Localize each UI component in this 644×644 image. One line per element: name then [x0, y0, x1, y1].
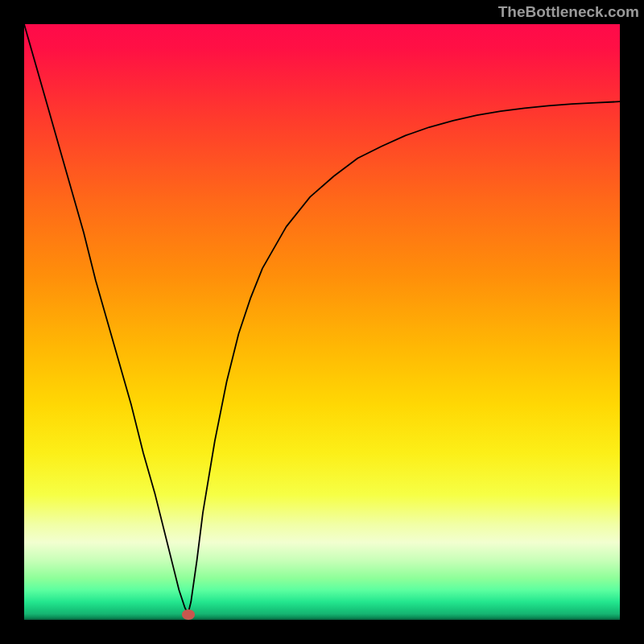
bottleneck-curve	[24, 24, 620, 620]
chart-frame: TheBottleneck.com	[0, 0, 644, 644]
attribution-text: TheBottleneck.com	[498, 3, 639, 21]
optimal-point-marker	[182, 609, 195, 620]
plot-area	[24, 24, 620, 620]
